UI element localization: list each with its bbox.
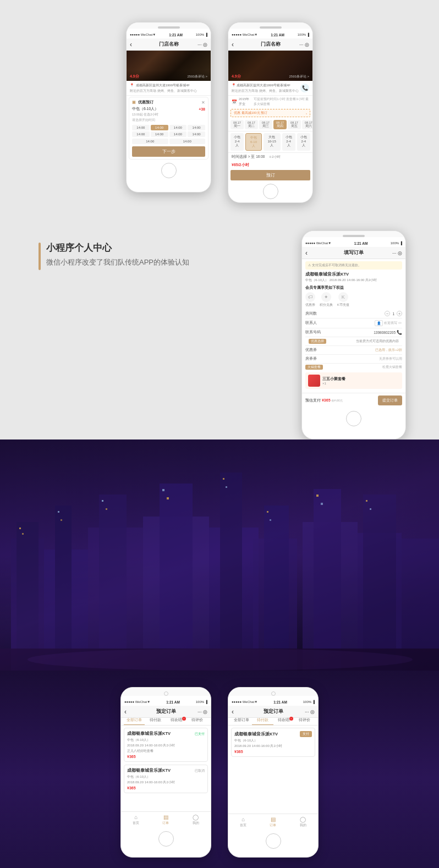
phone5-tab-all[interactable]: 全部订单 [231, 718, 252, 725]
phone4-home-btn[interactable] [158, 831, 174, 847]
svg-rect-26 [223, 478, 224, 480]
time-cell-10[interactable]: 14:00 [169, 139, 206, 144]
phone2-store-image: 4.9分 2593条评论 > [228, 51, 312, 81]
phone-edit-icon[interactable]: 📞 [397, 330, 402, 335]
time-cell-1[interactable]: 14:00 [132, 125, 150, 130]
contact-edit-icon[interactable]: ✏ [398, 321, 402, 326]
phone5-tab-review[interactable]: 待评价 [294, 718, 315, 725]
phone1-wrap: ●●●●● WeChat▼ 1:21 AM 100% ▐ ‹ 门店名称 ··· … [126, 22, 211, 203]
phone3-home-btn[interactable] [346, 411, 361, 426]
phone5-tabbar-orders[interactable]: ▤ 订单 [258, 816, 288, 828]
phone3-phone-val-wrap: 13980802205 📞 [374, 330, 402, 335]
phone1-time-label: 13:00起 住选2小时 [132, 113, 158, 117]
phone3-back-btn[interactable]: ‹ [305, 249, 308, 257]
phone5-tabbar-profile[interactable]: ◯ 我的 [288, 816, 318, 828]
phone1-home-btn[interactable] [161, 163, 177, 178]
time-cell-3[interactable]: 14:00 [169, 125, 187, 130]
time-cell-4[interactable]: 14:00 [188, 125, 205, 130]
phone4-title: 预定订单 [156, 708, 176, 715]
phone1-popup-header: ▣ 优惠预订 ✕ [132, 100, 205, 105]
phone5-wrap: ●●●●● WeChat▼ 1:21 AM 100% ▐ ‹ 预定订单 ··· … [228, 687, 319, 858]
phone5-more-btn[interactable]: ··· ◎ [305, 709, 315, 715]
phone5-tabbar-home[interactable]: ⌂ 首页 [228, 816, 258, 828]
phone2-home-btn[interactable] [263, 184, 278, 199]
phone4-card1-package: 正儿八经好吃套餐 [127, 749, 205, 754]
phone5-card1-status[interactable]: 支付 [300, 731, 312, 737]
time-cell-6[interactable]: 14:00 [151, 131, 168, 137]
phone1-title: 门店名称 [159, 41, 179, 48]
phone3-hotpot-package: 三五小聚套餐 ×1 [305, 372, 402, 389]
phone4-card2-date: 2018.09.20 14:00-16:00 共2小时 [127, 780, 205, 785]
svg-rect-32 [366, 500, 367, 502]
phone5-back-btn[interactable]: ‹ [232, 708, 234, 716]
phone4-tab-singing[interactable]: 待欢唱 • [166, 718, 187, 725]
room-tab-mid[interactable]: 中包6-10人 [245, 133, 262, 151]
date-tab-2[interactable]: 08.17周二 [245, 120, 258, 129]
date-tab-5[interactable]: 08.17周五 [288, 120, 301, 129]
phone4-back-btn[interactable]: ‹ [124, 708, 127, 716]
phone4-more-btn[interactable]: ··· ◎ [197, 709, 207, 715]
phone4-order-card-1: 成都银泰城音乐派KTV 已支付 中包（6-10人） 2018.09.20 14:… [124, 728, 208, 762]
room-increment-btn[interactable]: + [397, 311, 402, 316]
phone2-book-btn[interactable]: 预订 [231, 170, 310, 180]
phone2-promo-bar[interactable]: 优惠 最高减100元 预订 › [231, 109, 310, 117]
room-decrement-btn[interactable]: − [385, 311, 390, 316]
date-tab-4[interactable]: 08.17周四 [273, 120, 287, 129]
phone2-back-btn[interactable]: ‹ [232, 41, 234, 48]
phone1-store-info: 📍 成都高新区益州大道1999号银泰城4F 附近的百万方商场 烧烤、烤鱼、新城聚… [127, 81, 211, 96]
date-tab-1[interactable]: 08.17周一 [231, 120, 244, 129]
time-cell-2[interactable]: 14:00 [151, 125, 168, 130]
phone1-next-btn[interactable]: 下一步 [132, 146, 205, 157]
phone2-call-btn[interactable]: 📞 [300, 84, 309, 92]
phone4-tab-review[interactable]: 待评价 [187, 718, 208, 725]
room-tab-small2[interactable]: 小包2-4人 [282, 133, 295, 151]
profile-label: 我的 [193, 821, 199, 825]
room-tab-small1[interactable]: 小包2-4人 [231, 133, 244, 151]
phone2-duration: ⊙2小时 [269, 155, 280, 158]
phone5-home-btn[interactable] [266, 833, 281, 849]
phone4-tab-all[interactable]: 全部订单 [124, 718, 145, 725]
phone1-close-btn[interactable]: ✕ [201, 100, 205, 105]
date-tab-6[interactable]: 08.17周六 [302, 120, 312, 129]
phone3-total: 预估支付 ¥365 省约90元 [305, 398, 343, 403]
phone3-order-form: ⚠ 支付完成后不可取消将无法退款。 成都银泰城音乐派KTV 中包（6-10人） … [302, 259, 405, 393]
phone4-signal: ●●●●● WeChat▼ [124, 700, 150, 704]
svg-rect-33 [370, 508, 371, 510]
phone5-tab-singing[interactable]: 待欢唱 • [273, 718, 294, 725]
phone3-coupon-val: 已选用，娱乐+2折 [375, 348, 402, 353]
phone1-addr-icon: 📍 [130, 84, 134, 87]
phone4-tabbar-orders[interactable]: ▤ 订单 [151, 814, 180, 826]
phone2-more-btn[interactable]: ··· ◎ [299, 42, 309, 47]
phone3-contact-val: 👤 欢迎填写 ✏ [375, 320, 402, 326]
phone2-reviews: 2593条评论 > [289, 74, 309, 79]
phone4-tabbar-profile[interactable]: ◯ 我的 [181, 814, 211, 826]
phone1-time: 1:21 AM [169, 33, 183, 37]
phone4-tabbar-home[interactable]: ⌂ 首页 [121, 814, 151, 826]
phone1-top-bar [127, 23, 211, 29]
phone3-package-sub: 松鹿火锅套餐 [382, 365, 402, 370]
phone3-submit-btn[interactable]: 提交订单 [378, 395, 402, 405]
phone1-time-row: 13:00起 住选2小时 [132, 113, 205, 117]
phone1-tags: 附近的百万方商场 烧烤、烤鱼、新城聚客中心 [130, 89, 207, 93]
time-cell-5[interactable]: 14:00 [132, 131, 150, 137]
phone4-order-tabs: 全部订单 待付款 待欢唱 • 待评价 [121, 718, 211, 726]
phone3-more-btn[interactable]: ··· ◎ [392, 250, 402, 256]
time-cell-8[interactable]: 14:00 [188, 131, 205, 137]
date-tab-3[interactable]: 08.17周三 [259, 120, 272, 129]
time-cell-7[interactable]: 14:00 [169, 131, 187, 137]
phone2-signal: ●●●●● WeChat▼ [232, 33, 257, 36]
kcoin-icon: K [338, 292, 348, 302]
phone4-tab-pending[interactable]: 待付款 [145, 718, 166, 725]
phone2-room-tabs: 小包2-4人 中包6-10人 大包10-15人 小包2-4人 小包2-4人 [228, 131, 312, 153]
svg-rect-2 [17, 522, 39, 671]
room-tab-large[interactable]: 大包10-15人 [264, 133, 281, 151]
room-tab-small3[interactable]: 小包2-4人 [297, 133, 310, 151]
phone1-more-btn[interactable]: ··· ◎ [197, 42, 207, 47]
phone1-back-btn[interactable]: ‹ [130, 41, 132, 48]
phone5-time: 1:21 AM [273, 700, 287, 704]
time-cell-9[interactable]: 14:00 [132, 139, 168, 144]
middle-text-block: 小程序个人中心 微信小程序改变了我们队传统APP的体验认知 [17, 230, 301, 279]
phone5-singing-badge: • [289, 717, 293, 721]
phone2-top-bar [228, 23, 312, 29]
phone5-tab-pending[interactable]: 待付款 [252, 718, 273, 725]
